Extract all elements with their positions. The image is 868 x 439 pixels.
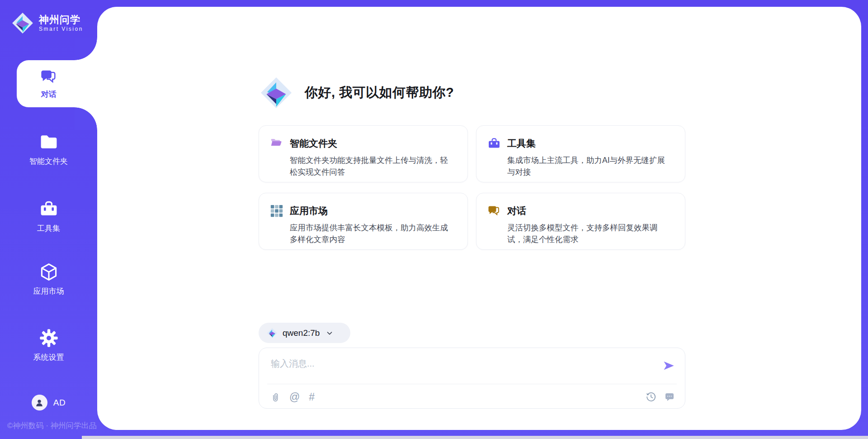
feature-card-toolset[interactable]: 工具集 集成市场上主流工具，助力AI与外界无缝扩展与对接 [476,125,685,182]
greeting: 你好, 我可以如何帮助你? [259,75,454,110]
greeting-text: 你好, 我可以如何帮助你? [305,84,454,102]
history-icon[interactable] [646,391,656,402]
cube-icon [39,262,59,282]
copyright-footer: ©神州数码 · 神州问学出品 [7,420,97,431]
brand-diamond-icon [267,328,278,339]
sidebar-item-label: 对话 [41,89,57,100]
card-description: 集成市场上主流工具，助力AI与外界无缝扩展与对接 [507,154,672,178]
user-name: AD [53,398,66,408]
hash-icon[interactable]: # [309,392,315,402]
feature-card-smart-folder[interactable]: 智能文件夹 智能文件夹功能支持批量文件上传与清洗，轻松实现文件问答 [259,125,468,182]
tab-curve-top [75,38,97,60]
card-description: 灵活切换多模型文件，支持多样回复效果调试，满足个性化需求 [507,222,672,245]
user-account[interactable]: AD [0,395,97,410]
tab-curve-bottom [75,107,97,130]
sidebar-item-smart-folder[interactable]: 智能文件夹 [0,132,97,167]
card-title: 工具集 [507,137,536,150]
sidebar-item-label: 系统设置 [33,352,64,363]
chat-bubbles-icon [487,204,501,218]
greeting-diamond-icon [259,75,293,110]
sidebar-item-label: 智能文件夹 [29,156,68,167]
toolbox-icon [487,137,501,150]
composer-divider [267,384,677,384]
model-selector[interactable]: qwen2:7b [259,323,350,343]
sidebar-item-settings[interactable]: 系统设置 [0,328,97,363]
chat-bubbles-icon [40,68,58,86]
feature-card-app-market[interactable]: 应用市场 应用市场提供丰富长文本模板，助力高效生成多样化文章内容 [259,193,468,250]
message-input[interactable] [271,354,649,373]
quick-phrase-icon[interactable] [664,391,675,402]
folder-open-icon [270,137,283,150]
avatar [32,395,47,410]
card-description: 应用市场提供丰富长文本模板，助力高效生成多样化文章内容 [290,222,455,245]
chevron-down-icon [326,329,334,337]
app-window: 神州问学 Smart Vision 对话 智能文件夹 工具集 [0,0,868,439]
mention-icon[interactable]: @ [289,392,300,402]
folder-icon [39,132,59,152]
toolbox-icon [39,199,59,219]
brand-diamond-icon [11,12,34,34]
card-title: 对话 [507,205,526,217]
sidebar-item-toolset[interactable]: 工具集 [0,199,97,234]
brand-subtitle: Smart Vision [39,26,83,32]
sidebar-item-label: 应用市场 [33,286,64,296]
send-icon[interactable] [662,359,675,372]
brand: 神州问学 Smart Vision [11,12,83,34]
message-composer: @ # [259,348,685,409]
brand-name: 神州问学 [39,14,83,26]
sidebar-item-app-market[interactable]: 应用市场 [0,262,97,296]
sidebar-item-chat[interactable]: 对话 [0,60,97,107]
gear-icon [39,328,59,348]
person-icon [34,398,44,408]
feature-card-chat[interactable]: 对话 灵活切换多模型文件，支持多样回复效果调试，满足个性化需求 [476,193,685,250]
attachment-icon[interactable] [270,392,280,402]
sidebar-item-label: 工具集 [37,223,60,234]
model-name: qwen2:7b [283,328,320,338]
card-title: 应用市场 [290,205,328,217]
card-title: 智能文件夹 [290,137,337,150]
app-grid-icon [270,204,283,218]
bottom-edge-strip [82,436,868,439]
card-description: 智能文件夹功能支持批量文件上传与清洗，轻松实现文件问答 [290,154,455,178]
